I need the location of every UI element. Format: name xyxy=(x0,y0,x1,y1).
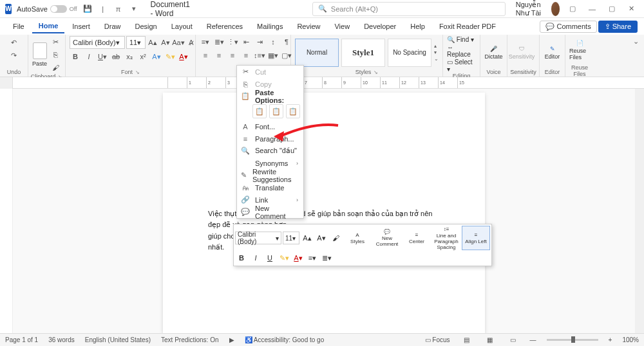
tab-file[interactable]: File xyxy=(6,20,31,33)
zoom-level[interactable]: 100% xyxy=(622,336,639,343)
mini-bullets-icon[interactable]: ≡▾ xyxy=(306,251,319,264)
status-words[interactable]: 36 words xyxy=(48,336,75,343)
tab-developer[interactable]: Developer xyxy=(357,20,402,33)
qat-dropdown-icon[interactable]: ▾ xyxy=(129,4,139,14)
highlight-icon[interactable]: ✎▾ xyxy=(164,51,176,62)
dictate-button[interactable]: 🎤Dictate xyxy=(484,39,503,67)
redo-icon[interactable]: ↷ xyxy=(8,49,21,62)
undo-icon[interactable]: ↶ xyxy=(8,36,21,49)
tab-references[interactable]: References xyxy=(200,20,249,33)
context-search[interactable]: 🔍Search "đầu" xyxy=(237,145,303,157)
context-new-comment[interactable]: 💬New Comment xyxy=(237,206,303,218)
text-effects-icon[interactable]: A▾ xyxy=(151,51,162,62)
mini-font-name[interactable]: Calibri (Body)▾ xyxy=(235,232,281,244)
save-icon[interactable]: 💾 xyxy=(82,4,93,14)
tab-mailings[interactable]: Mailings xyxy=(251,20,289,33)
paste-keep-formatting[interactable]: 📋 xyxy=(252,104,267,118)
styles-down-icon[interactable]: ▾ xyxy=(434,50,439,55)
mini-grow-font-icon[interactable]: A▴ xyxy=(301,232,314,244)
status-page[interactable]: Page 1 of 1 xyxy=(5,336,38,343)
paste-button[interactable]: Paste xyxy=(32,41,47,69)
zoom-out-button[interactable]: — xyxy=(530,336,536,343)
zoom-in-button[interactable]: + xyxy=(609,336,612,343)
mini-align-left[interactable]: ≡Align Left xyxy=(462,226,490,250)
style-style1[interactable]: Style1 xyxy=(341,39,385,67)
focus-mode-button[interactable]: ▭ Focus xyxy=(425,336,450,343)
zoom-slider[interactable] xyxy=(547,339,598,341)
styles-up-icon[interactable]: ▴ xyxy=(434,43,439,49)
mini-font-color-icon[interactable]: A▾ xyxy=(292,251,305,264)
select-button[interactable]: ▭ Select ▾ xyxy=(447,59,476,73)
comments-button[interactable]: 💬 Comments xyxy=(540,21,596,33)
tab-foxit[interactable]: Foxit Reader PDF xyxy=(433,20,502,33)
minimize-button[interactable]: — xyxy=(585,0,600,18)
styles-more-icon[interactable]: ⌄ xyxy=(434,56,439,62)
context-cut[interactable]: ✂Cut xyxy=(237,66,303,78)
style-normal[interactable]: Normal xyxy=(295,39,339,67)
mini-underline-icon[interactable]: U xyxy=(263,251,276,264)
paste-text-only[interactable]: 📋 xyxy=(286,104,300,118)
mini-bold-icon[interactable]: B xyxy=(235,251,248,264)
mini-font-size[interactable]: 11▾ xyxy=(283,232,299,244)
tab-draw[interactable]: Draw xyxy=(98,20,128,33)
font-name-combo[interactable]: Calibri (Body) ▾ xyxy=(70,36,125,49)
bullets-icon[interactable]: ≡▾ xyxy=(200,36,211,48)
strikethrough-icon[interactable]: ab xyxy=(110,51,122,62)
font-size-combo[interactable]: 11 ▾ xyxy=(126,36,146,49)
find-button[interactable]: 🔍 Find ▾ xyxy=(447,36,474,43)
italic-icon[interactable]: I xyxy=(83,51,95,62)
web-layout-icon[interactable]: ▭ xyxy=(507,335,520,345)
styles-launcher[interactable]: ↘ xyxy=(374,69,378,75)
replace-button[interactable]: ↔ Replace xyxy=(447,44,476,58)
align-center-icon[interactable]: ≡ xyxy=(213,50,225,61)
format-painter-icon[interactable]: 🖌 xyxy=(50,62,61,73)
ribbon-options-icon[interactable]: ▢ xyxy=(565,0,580,18)
style-nospacing[interactable]: No Spacing xyxy=(388,39,431,67)
align-left-icon[interactable]: ≡ xyxy=(200,50,211,61)
tab-view[interactable]: View xyxy=(328,20,356,33)
collapse-ribbon-icon[interactable]: ⌄ xyxy=(628,35,644,77)
search-box[interactable]: 🔍 Search (Alt+Q) xyxy=(312,2,506,16)
sort-icon[interactable]: ↕ xyxy=(267,36,279,48)
line-spacing-icon[interactable]: ↕≡▾ xyxy=(254,50,265,61)
superscript-icon[interactable]: x² xyxy=(137,51,149,62)
print-layout-icon[interactable]: ▦ xyxy=(484,335,497,345)
cut-icon[interactable]: ✂ xyxy=(50,36,61,48)
context-font[interactable]: AFont... xyxy=(237,120,303,132)
tab-layout[interactable]: Layout xyxy=(165,20,199,33)
status-accessibility[interactable]: ♿ Accessibility: Good to go xyxy=(245,336,325,343)
shading-icon[interactable]: ▦▾ xyxy=(267,50,279,61)
mini-format-painter-icon[interactable]: 🖌 xyxy=(329,232,342,244)
font-color-icon[interactable]: A▾ xyxy=(178,51,189,62)
maximize-button[interactable]: ▢ xyxy=(605,0,620,18)
account-button[interactable]: Nguyễn Như Tài xyxy=(516,1,560,17)
justify-icon[interactable]: ≡ xyxy=(240,50,252,61)
sensitivity-button[interactable]: 🛡Sensitivity xyxy=(511,39,532,67)
autosave-toggle[interactable]: AutoSave Off xyxy=(17,5,77,13)
close-button[interactable]: ✕ xyxy=(624,0,639,18)
grow-font-icon[interactable]: A▴ xyxy=(147,37,158,48)
numbering-icon[interactable]: ≣▾ xyxy=(213,36,225,48)
tab-insert[interactable]: Insert xyxy=(66,20,97,33)
tab-home[interactable]: Home xyxy=(32,19,65,33)
mini-numbering-icon[interactable]: ≣▾ xyxy=(320,251,333,264)
increase-indent-icon[interactable]: ⇥ xyxy=(254,36,265,48)
mini-line-spacing[interactable]: ↕≡Line and Paragraph Spacing xyxy=(432,226,460,250)
context-rewrite[interactable]: ✎Rewrite Suggestions xyxy=(237,169,303,181)
mini-italic-icon[interactable]: I xyxy=(249,251,262,264)
mini-new-comment[interactable]: 💬New Comment xyxy=(373,226,401,250)
context-paragraph[interactable]: ≡Paragraph... xyxy=(237,132,303,145)
context-translate[interactable]: 🗛Translate xyxy=(237,181,303,194)
vertical-scrollbar[interactable] xyxy=(635,89,644,333)
align-right-icon[interactable]: ≡ xyxy=(227,50,238,61)
tab-review[interactable]: Review xyxy=(290,20,327,33)
horizontal-ruler[interactable]: 123 4567 891011 12131415 xyxy=(13,77,644,89)
status-language[interactable]: English (United States) xyxy=(85,336,151,343)
document-page[interactable]: Việc thụt đầu dòng trong Word sẽ giúp bả… xyxy=(163,93,485,333)
tab-help[interactable]: Help xyxy=(404,20,431,33)
tab-design[interactable]: Design xyxy=(128,20,163,33)
bold-icon[interactable]: B xyxy=(70,51,81,62)
status-predictions[interactable]: Text Predictions: On xyxy=(161,336,218,343)
mini-shrink-font-icon[interactable]: A▾ xyxy=(315,232,328,244)
subscript-icon[interactable]: x₂ xyxy=(124,51,135,62)
